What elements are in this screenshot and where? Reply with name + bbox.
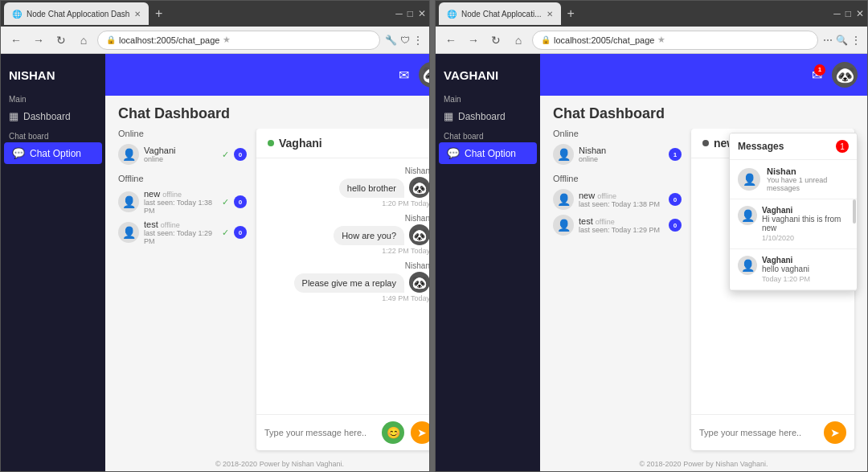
tab-close-right[interactable]: ✕ xyxy=(547,10,553,18)
chat-icon-left: 💬 xyxy=(12,147,25,159)
ext-icon-r2: 🔍 xyxy=(836,35,848,46)
sidebar-left: NISHAN Main ▦ Dashboard Chat board 💬 Cha… xyxy=(1,54,105,471)
popup-message-list[interactable]: 👤 Vaghani Hi vaghani this is from new 1/… xyxy=(730,199,857,290)
star-icon-left[interactable]: ★ xyxy=(223,35,231,45)
user-avatar-test-right: 👤 xyxy=(553,215,574,236)
messages-area-left[interactable]: Nishan hello brother 🐼 1:20 PM Today xyxy=(256,158,429,414)
refresh-btn-left[interactable]: ↻ xyxy=(52,31,70,49)
sidebar-item-dashboard-right[interactable]: ▦ Dashboard xyxy=(436,105,540,127)
chat-window-left: Vaghani Nishan hello brother 🐼 xyxy=(256,129,429,450)
user-avatar-test-left: 👤 xyxy=(118,222,139,243)
new-tab-button-right[interactable]: + xyxy=(567,6,575,21)
check-vaghani: ✓ xyxy=(222,150,229,160)
user-item-new-left[interactable]: 👤 new offline last seen: Today 1:38 PM ✓… xyxy=(118,187,247,217)
sidebar-brand-right: VAGHANI xyxy=(436,54,540,90)
app-header-left: ✉ 🐼 xyxy=(105,54,429,96)
popup-notification-item[interactable]: 👤 Nishan You have 1 unread messages xyxy=(730,160,857,199)
sidebar-item-chatoption-left[interactable]: 💬 Chat Option xyxy=(4,142,102,164)
email-icon-left[interactable]: ✉ xyxy=(399,68,409,83)
footer-right: © 2018-2020 Power by Nishan Vaghani. xyxy=(540,457,867,471)
browser-tab-right[interactable]: 🌐 Node Chat Applocati... ✕ xyxy=(439,2,561,25)
offline-label-left: Offline xyxy=(118,174,247,183)
minimize-right[interactable]: ─ xyxy=(833,8,841,19)
sidebar-item-dashboard-left[interactable]: ▦ Dashboard xyxy=(1,105,105,127)
close-left[interactable]: ✕ xyxy=(418,8,426,19)
msg-avatar-2: 🐼 xyxy=(409,224,429,245)
user-item-test-right[interactable]: 👤 test offline last seen: Today 1:29 PM … xyxy=(553,212,682,238)
user-item-nishan-right[interactable]: 👤 Nishan online 1 xyxy=(553,142,682,167)
chat-icon-right: 💬 xyxy=(447,147,460,159)
menu-icon-right[interactable]: ⋮ xyxy=(851,35,861,46)
home-btn-right[interactable]: ⌂ xyxy=(510,31,527,49)
browser-tab-left[interactable]: 🌐 Node Chat Applocation Dashb... ✕ xyxy=(4,2,149,25)
user-item-vaghani-left[interactable]: 👤 Vaghani online ✓ 0 xyxy=(118,142,247,167)
minimize-left[interactable]: ─ xyxy=(395,8,403,19)
online-label-right: Online xyxy=(553,129,682,138)
forward-btn-left[interactable]: → xyxy=(30,31,47,49)
tab-close-left[interactable]: ✕ xyxy=(134,10,141,18)
badge-new-right: 0 xyxy=(669,193,682,206)
offline-dot-right xyxy=(702,140,709,146)
user-avatar-new-left: 👤 xyxy=(118,191,139,212)
chat-input-area-right: ➤ xyxy=(691,414,854,450)
avatar-left[interactable]: 🐼 xyxy=(419,62,429,88)
user-item-test-left[interactable]: 👤 test offline last seen: Today 1:29 PM … xyxy=(118,217,247,248)
maximize-left[interactable]: □ xyxy=(407,8,413,19)
address-bar-left[interactable]: 🔒 localhost:2005/chat_page ★ xyxy=(97,31,380,50)
user-item-new-right[interactable]: 👤 new offline last seen: Today 1:38 PM 0 xyxy=(553,187,682,212)
avatar-right[interactable]: 🐼 xyxy=(832,62,858,88)
messages-popup[interactable]: Messages 1 👤 Nishan You have 1 unread me… xyxy=(729,133,858,291)
popup-scrollbar[interactable] xyxy=(853,199,856,224)
forward-btn-right[interactable]: → xyxy=(465,31,482,49)
back-btn-left[interactable]: ← xyxy=(7,31,25,49)
address-text-right: localhost:2005/chat_page xyxy=(554,35,654,45)
popup-msg-item-2[interactable]: 👤 Vaghani hello vaghani Today 1:20 PM xyxy=(730,249,857,290)
ext-icon-2: 🛡 xyxy=(400,35,410,46)
popup-notif-avatar: 👤 xyxy=(738,168,760,191)
refresh-btn-right[interactable]: ↻ xyxy=(487,31,505,49)
main-area-left: ✉ 🐼 Chat Dashboard Online 👤 xyxy=(105,54,429,471)
chat-input-right[interactable] xyxy=(699,428,817,437)
maximize-right[interactable]: □ xyxy=(845,8,851,19)
users-panel-right: Online 👤 Nishan online 1 Offline xyxy=(553,129,682,450)
message-group-3: Nishan Please give me a replay 🐼 1:49 PM… xyxy=(268,261,429,302)
popup-notif-msg: You have 1 unread messages xyxy=(767,176,849,192)
address-text-left: localhost:2005/chat_page xyxy=(119,35,219,45)
dashboard-title-left: Chat Dashboard xyxy=(105,96,429,129)
new-tab-button-left[interactable]: + xyxy=(155,6,162,21)
close-right[interactable]: ✕ xyxy=(856,8,864,19)
popup-msg-item-1[interactable]: 👤 Vaghani Hi vaghani this is from new 1/… xyxy=(730,199,857,249)
online-label-left: Online xyxy=(118,129,247,138)
badge-vaghani: 0 xyxy=(234,148,247,161)
back-btn-right[interactable]: ← xyxy=(442,31,460,49)
check-new-left: ✓ xyxy=(222,197,229,207)
chat-input-left[interactable] xyxy=(264,428,375,437)
menu-icon-left[interactable]: ⋮ xyxy=(413,35,423,46)
badge-nishan-right: 1 xyxy=(669,148,682,161)
sidebar-brand-left: NISHAN xyxy=(1,54,105,90)
popup-header: Messages 1 xyxy=(730,133,857,160)
user-avatar-nishan: 👤 xyxy=(553,144,574,165)
chat-header-left: Vaghani xyxy=(256,129,429,158)
popup-notif-name: Nishan xyxy=(767,166,849,176)
address-bar-right[interactable]: 🔒 localhost:2005/chat_page ★ xyxy=(532,31,818,50)
sidebar-item-chatoption-right[interactable]: 💬 Chat Option xyxy=(439,142,537,164)
footer-left: © 2018-2020 Power by Nishan Vaghani. xyxy=(105,457,429,471)
popup-title: Messages xyxy=(738,141,784,152)
check-test-left: ✓ xyxy=(222,228,229,238)
send-btn-left[interactable]: ➤ xyxy=(411,421,429,444)
dashboard-icon-right: ▦ xyxy=(444,110,453,122)
msg-avatar-3: 🐼 xyxy=(409,272,429,293)
badge-new-left: 0 xyxy=(234,195,247,208)
send-btn-right[interactable]: ➤ xyxy=(824,421,846,444)
offline-label-right: Offline xyxy=(553,174,682,183)
online-dot-left xyxy=(268,140,274,146)
ext-icon-1: 🔧 xyxy=(385,35,397,46)
popup-msg-avatar-2: 👤 xyxy=(738,256,757,275)
emoji-btn-left[interactable]: 😊 xyxy=(382,421,404,444)
msg-avatar-1: 🐼 xyxy=(409,177,429,198)
email-badge-wrapper: ✉ 1 xyxy=(812,68,822,83)
user-avatar-vaghani: 👤 xyxy=(118,144,139,165)
home-btn-left[interactable]: ⌂ xyxy=(75,31,92,49)
star-icon-right[interactable]: ★ xyxy=(657,35,665,45)
